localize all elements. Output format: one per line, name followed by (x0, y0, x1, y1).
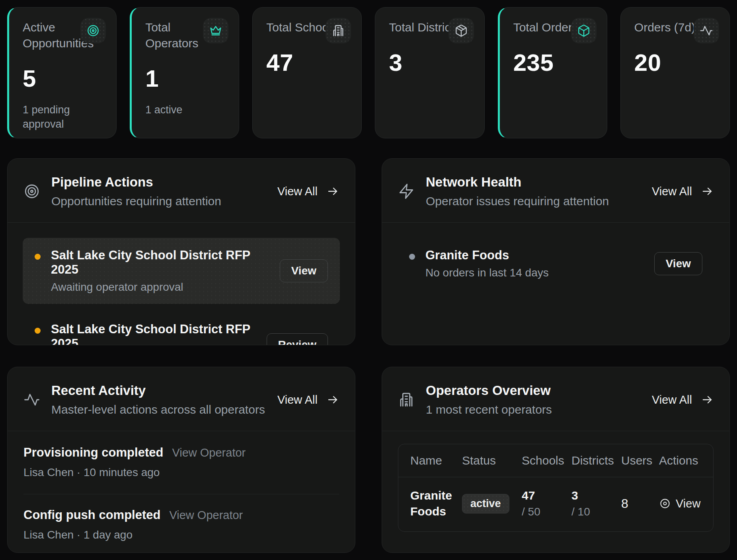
view-operator-action[interactable]: View (659, 497, 701, 510)
package-icon (448, 18, 474, 43)
schools-count: 47 (522, 489, 571, 502)
target-icon (80, 18, 106, 43)
view-all-label: View All (277, 185, 318, 198)
view-operator-link[interactable]: View Operator (169, 509, 243, 522)
activity-view-all-link[interactable]: View All (277, 393, 339, 406)
target-icon (23, 183, 40, 200)
activity-list: Provisioning completed View Operator Lis… (8, 431, 355, 553)
stat-card-orders-7d: Orders (7d) 20 (620, 7, 730, 138)
view-button[interactable]: View (654, 252, 702, 275)
operator-users-count: 8 (621, 496, 659, 511)
operator-schools-cell: 47 / 50 (522, 489, 571, 518)
status-dot (409, 254, 415, 260)
pipeline-item-title: Salt Lake City School District RFP 2025 (51, 248, 269, 277)
panel-subtitle: Master-level actions across all operator… (51, 403, 265, 416)
stat-value: 47 (266, 49, 348, 76)
network-item-subtitle: No orders in last 14 days (425, 266, 644, 279)
status-dot (35, 328, 41, 334)
status-badge: active (462, 494, 509, 513)
middle-row: Pipeline Actions Opportunities requiring… (7, 158, 730, 345)
arrow-right-icon (326, 185, 339, 198)
status-dot (35, 254, 41, 260)
panel-title: Recent Activity (51, 383, 265, 398)
building-icon (398, 391, 415, 408)
column-header-name: Name (410, 454, 462, 467)
stat-subtext: 1 active (145, 103, 213, 117)
building-icon (326, 18, 351, 43)
arrow-right-icon (326, 393, 339, 406)
panel-title: Operators Overview (426, 383, 552, 398)
view-operator-link[interactable]: View Operator (172, 446, 246, 459)
network-view-all-link[interactable]: View All (652, 185, 714, 198)
table-header-row: Name Status Schools Districts Users Acti… (398, 444, 713, 477)
districts-count: 3 (571, 489, 621, 502)
column-header-schools: Schools (522, 454, 571, 467)
stat-card-active-opportunities: Active Opportunities 5 1 pending approva… (7, 7, 117, 138)
pipeline-header: Pipeline Actions Opportunities requiring… (8, 159, 355, 222)
stat-value: 3 (389, 49, 470, 76)
zap-icon (398, 183, 415, 200)
panel-subtitle: Operator issues requiring attention (426, 194, 609, 208)
network-item-text: Granite Foods No orders in last 14 days (425, 248, 644, 279)
activity-header: Recent Activity Master-level actions acr… (8, 367, 355, 431)
pipeline-item-text: Salt Lake City School District RFP 2025 … (51, 248, 269, 294)
stat-value: 1 (145, 65, 225, 92)
activity-item: Config push completed View Operator Lisa… (23, 494, 339, 553)
stat-subtext: 1 pending approval (23, 103, 90, 131)
column-header-status: Status (462, 454, 522, 467)
panel-subtitle: Opportunities requiring attention (51, 194, 221, 208)
arrow-right-icon (701, 185, 714, 198)
stat-value: 20 (634, 49, 716, 76)
stat-value: 5 (23, 65, 103, 92)
review-button[interactable]: Review (267, 333, 328, 345)
table-row: Granite Foods active 47 / 50 3 / 10 8 (398, 477, 713, 531)
network-health-panel: Network Health Operator issues requiring… (382, 158, 730, 345)
activity-item-meta: Lisa Chen · 1 day ago (23, 529, 339, 541)
pipeline-view-all-link[interactable]: View All (277, 185, 339, 198)
stats-row: Active Opportunities 5 1 pending approva… (7, 7, 730, 138)
pipeline-header-text: Pipeline Actions Opportunities requiring… (51, 175, 221, 208)
column-header-districts: Districts (571, 454, 621, 467)
districts-max: / 10 (571, 506, 621, 518)
activity-item-head: Provisioning completed View Operator (23, 445, 339, 460)
activity-item-head: Config push completed View Operator (23, 508, 339, 522)
pipeline-actions-panel: Pipeline Actions Opportunities requiring… (7, 158, 355, 345)
master-dashboard: Active Opportunities 5 1 pending approva… (0, 0, 737, 560)
pipeline-list: Salt Lake City School District RFP 2025 … (8, 223, 355, 345)
network-item-title: Granite Foods (425, 248, 644, 262)
activity-item-meta: Lisa Chen · 10 minutes ago (23, 466, 339, 479)
crown-icon (203, 18, 228, 43)
pipeline-item-text: Salt Lake City School District RFP 2025 … (51, 322, 256, 345)
stat-card-total-districts: Total Districts 3 (375, 7, 484, 138)
pipeline-item-title: Salt Lake City School District RFP 2025 (51, 322, 256, 345)
network-item: Granite Foods No orders in last 14 days … (397, 238, 714, 290)
pipeline-item: Salt Lake City School District RFP 2025 … (23, 312, 340, 345)
package-icon (571, 18, 597, 43)
activity-item-title: Provisioning completed (23, 445, 163, 460)
view-button[interactable]: View (280, 259, 328, 282)
panel-title: Pipeline Actions (51, 175, 221, 190)
recent-activity-panel: Recent Activity Master-level actions acr… (7, 367, 355, 553)
view-all-label: View All (652, 185, 692, 198)
activity-icon (23, 391, 40, 408)
stat-card-total-orders: Total Orders 235 (498, 7, 607, 138)
network-list: Granite Foods No orders in last 14 days … (382, 223, 729, 305)
network-header-text: Network Health Operator issues requiring… (426, 175, 609, 208)
operator-actions-cell: View (659, 497, 701, 510)
operators-header-text: Operators Overview 1 most recent operato… (426, 383, 552, 416)
stat-card-total-schools: Total Schools 47 (252, 7, 362, 138)
operator-districts-cell: 3 / 10 (571, 489, 621, 518)
eye-icon (659, 498, 671, 509)
pipeline-item-subtitle: Awaiting operator approval (51, 281, 269, 294)
network-header: Network Health Operator issues requiring… (382, 159, 729, 222)
activity-item-title: Config push completed (23, 508, 160, 522)
operator-name: Granite Foods (410, 488, 462, 519)
stat-card-total-operators: Total Operators 1 1 active (130, 7, 239, 138)
activity-header-text: Recent Activity Master-level actions acr… (51, 383, 265, 416)
operators-header: Operators Overview 1 most recent operato… (382, 367, 729, 431)
pipeline-item: Salt Lake City School District RFP 2025 … (23, 238, 340, 304)
view-all-label: View All (277, 393, 318, 406)
operators-view-all-link[interactable]: View All (652, 393, 714, 406)
activity-icon (694, 18, 719, 43)
operator-status-cell: active (462, 494, 522, 513)
